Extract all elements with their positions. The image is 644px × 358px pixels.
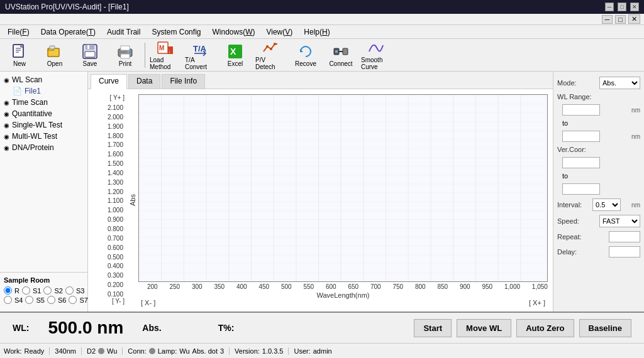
ver-to-label-row: to	[557, 172, 640, 180]
auto-zero-button[interactable]: Auto Zero	[516, 319, 574, 337]
tab-file-info[interactable]: File Info	[162, 74, 205, 89]
status-bar: Work: Ready 340nm D2 Wu Conn: Lamp: Wu A…	[0, 343, 644, 358]
sidebar-item-dna-protein[interactable]: ◉ DNA/Protein	[0, 142, 87, 153]
ta-convert-label: T/A Convert	[185, 57, 215, 70]
inner-close[interactable]: ✕	[628, 14, 640, 24]
sidebar-item-wl-scan[interactable]: ◉ WL Scan	[0, 74, 87, 85]
connect-button[interactable]: Connect	[324, 41, 358, 70]
y-tick-1500: 1.500	[108, 160, 123, 167]
tab-data[interactable]: Data	[128, 74, 160, 89]
radio-S3[interactable]	[65, 286, 74, 295]
radio-S6[interactable]	[47, 296, 55, 304]
ver-from-input[interactable]: 0.043	[562, 157, 600, 168]
chart-container: [ Y+ ] 2.100 2.000 1.900 1.800 1.700 1.6…	[88, 89, 553, 312]
y-tick-1800: 1.800	[108, 133, 123, 139]
interval-row: Interval: 0.5 1.0 2.0 nm	[557, 198, 640, 211]
recove-button[interactable]: Recove	[289, 41, 323, 70]
menu-windows[interactable]: Windows(W)	[207, 26, 260, 38]
status-work: Work: Ready	[4, 347, 50, 355]
sidebar-item-file1[interactable]: 📄 File1	[0, 85, 87, 97]
version-label: Version:	[235, 347, 260, 355]
multi-wl-icon: ◉	[4, 133, 9, 140]
minimize-btn[interactable]: ─	[605, 3, 614, 11]
move-wl-button[interactable]: Move WL	[457, 319, 511, 337]
y-tick-0600: 0.600	[108, 244, 123, 251]
restore-btn[interactable]: □	[618, 3, 626, 11]
wl-from-input[interactable]: 200.0	[562, 104, 600, 116]
excel-label: Excel	[228, 60, 243, 67]
sidebar-item-time-scan[interactable]: ◉ Time Scan	[0, 97, 87, 108]
menu-system-config[interactable]: System Config	[147, 26, 206, 38]
inner-minimize[interactable]: ─	[602, 15, 613, 24]
sidebar-item-multi-wl[interactable]: ◉ Multi-WL Test	[0, 131, 87, 142]
ver-to-input[interactable]: 2.172	[562, 183, 600, 195]
wl-to-input[interactable]: 1090.0	[562, 131, 600, 142]
y-bottom-nav: [ Y- ]	[112, 298, 125, 306]
y-tick-0500: 0.500	[108, 254, 123, 261]
y-tick-1600: 1.600	[108, 151, 123, 158]
mode-select[interactable]: Abs. T%	[599, 77, 640, 89]
save-label: Save	[83, 60, 97, 67]
radio-S4[interactable]	[4, 296, 12, 304]
chart-grid[interactable]	[138, 94, 548, 282]
svg-marker-5	[21, 45, 23, 47]
x-tick-400: 400	[236, 283, 247, 290]
menu-help[interactable]: Help(H)	[299, 26, 335, 38]
x-tick-950: 950	[482, 283, 493, 290]
repeat-input[interactable]: 1	[609, 231, 640, 242]
radio-S3-label: S3	[76, 287, 84, 295]
inner-restore[interactable]: □	[615, 15, 626, 24]
radio-S4-label: S4	[14, 296, 23, 304]
menu-view[interactable]: View(V)	[261, 26, 297, 38]
delay-input[interactable]: 1	[609, 246, 640, 258]
excel-button[interactable]: X Excel	[218, 41, 252, 70]
menu-file[interactable]: File(F)	[3, 26, 35, 38]
y-tick-0300: 0.300	[108, 272, 123, 279]
smooth-curve-button[interactable]: Smooth Curve	[359, 41, 393, 70]
wl-value: 500.0 nm	[48, 318, 123, 338]
menu-audit-trail[interactable]: Audit Trail	[102, 26, 145, 38]
radio-S7[interactable]	[69, 296, 77, 304]
interval-select[interactable]: 0.5 1.0 2.0	[592, 198, 621, 211]
y-tick-0800: 0.800	[108, 225, 123, 232]
abs-num-value: 3	[220, 347, 224, 355]
print-button[interactable]: Print	[108, 41, 142, 70]
connect-label: Connect	[329, 60, 352, 67]
wl-bar-buttons: Start Move WL Auto Zero Baseline	[414, 319, 631, 337]
y-tick-2100: 2.100	[108, 104, 123, 111]
close-btn[interactable]: ✕	[630, 3, 639, 11]
open-button[interactable]: Open	[38, 41, 72, 70]
load-method-button[interactable]: M↓ Load Method	[148, 41, 182, 70]
speed-select[interactable]: FAST MEDIUM SLOW	[599, 215, 640, 227]
save-button[interactable]: Save	[73, 41, 107, 70]
window-controls[interactable]: ─ □ ✕	[605, 3, 639, 11]
conn-label: Conn:	[128, 347, 146, 355]
radio-S5[interactable]	[25, 296, 33, 304]
x-tick-900: 900	[460, 283, 470, 290]
sample-room-title: Sample Room	[4, 276, 84, 284]
x-tick-500: 500	[281, 283, 292, 290]
y-top-nav: [ Y+ ]	[110, 94, 125, 103]
sidebar-item-quantitative[interactable]: ◉ Quantitative	[0, 108, 87, 119]
menu-data-operate[interactable]: Data Operate(T)	[36, 26, 101, 38]
start-button[interactable]: Start	[414, 319, 452, 337]
pv-detech-button[interactable]: P/V Detech	[253, 41, 287, 70]
recove-label: Recove	[295, 60, 316, 67]
new-button[interactable]: New	[3, 41, 36, 70]
svg-point-24	[270, 48, 272, 50]
ta-convert-button[interactable]: T/A T/A Convert	[183, 41, 217, 70]
y-tick-0400: 0.400	[108, 263, 123, 269]
radio-R[interactable]	[4, 286, 12, 295]
y-tick-1000: 1.000	[108, 207, 123, 214]
y-axis-ticks: [ Y+ ] 2.100 2.000 1.900 1.800 1.700 1.6…	[93, 94, 125, 306]
radio-S2[interactable]	[43, 286, 52, 295]
sidebar-item-single-wl[interactable]: ◉ Single-WL Test	[0, 119, 87, 131]
wl-to-label-row: to	[557, 119, 640, 127]
wl-to-row: 1090.0 nm	[557, 131, 640, 142]
y-tick-1200: 1.200	[108, 188, 123, 195]
status-user: User: admin	[294, 347, 336, 355]
radio-S1[interactable]	[22, 286, 30, 295]
pv-detech-icon	[262, 40, 279, 57]
tab-curve[interactable]: Curve	[91, 74, 127, 89]
baseline-button[interactable]: Baseline	[579, 319, 631, 337]
